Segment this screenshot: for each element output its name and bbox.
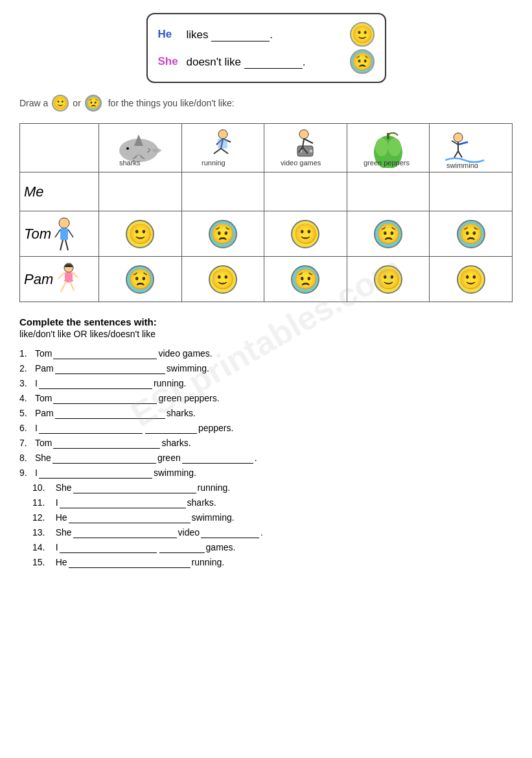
subj-4: Tom — [35, 393, 52, 403]
subj-8: She — [35, 453, 51, 463]
blank-14a — [60, 542, 157, 553]
doesnt-like-blank — [244, 55, 303, 69]
sentence-3: 3. I running. — [19, 378, 513, 389]
svg-line-43 — [73, 272, 78, 278]
pam-label-container: Pam — [24, 262, 97, 297]
blank-15 — [69, 557, 191, 568]
he-label: He — [158, 28, 181, 41]
blank-1 — [53, 348, 157, 359]
svg-text:sharks: sharks — [119, 159, 141, 167]
table-header-row: sharks run — [20, 124, 513, 172]
num-10: 10. — [32, 482, 48, 493]
svg-text:video games: video games — [281, 159, 321, 167]
num-4: 4. — [19, 393, 35, 403]
me-peppers-cell — [347, 172, 430, 211]
doesnt-like-text: doesn't like . — [187, 55, 345, 69]
sad-face-header: 😟 — [350, 49, 375, 74]
me-videogames-cell — [264, 172, 347, 211]
blank-8a — [52, 453, 156, 464]
pam-swimming-cell: 🙂 — [430, 257, 513, 302]
swimming-svg: swimming — [445, 128, 497, 168]
sentence-7: 7. Tom sharks. — [19, 438, 513, 449]
subj-6: I — [35, 423, 38, 433]
blank-10 — [73, 482, 196, 493]
green-peppers-header-cell: green peppers — [347, 124, 430, 172]
draw-rest-text: for the things you like/don't like: — [106, 98, 235, 108]
sentence-list: 1. Tom video games. 2. Pam swimming. 3. … — [19, 348, 513, 568]
num-7: 7. — [19, 438, 35, 448]
blank-9 — [39, 468, 152, 479]
sharks-icon-area: sharks — [102, 125, 179, 171]
happy-face-header: 🙂 — [350, 22, 375, 47]
end-12: swimming. — [192, 512, 235, 523]
draw-sad-icon: 😟 — [85, 95, 102, 112]
svg-line-42 — [58, 272, 65, 279]
tom-running-smiley: 😟 — [209, 220, 237, 248]
complete-section: Complete the sentences with: like/don't … — [19, 316, 513, 568]
svg-line-32 — [458, 151, 462, 158]
pam-peppers-smiley: 🙂 — [374, 265, 402, 294]
blank-11 — [60, 497, 186, 508]
table-corner-cell — [20, 124, 99, 172]
end-13: . — [260, 527, 263, 538]
tom-sharks-cell: 🙂 — [99, 211, 182, 257]
num-9: 9. — [19, 468, 35, 478]
sentence-8: 8. She green . — [19, 453, 513, 464]
sentence-12: 12. He swimming. — [19, 512, 513, 523]
tom-videogames-cell: 🙂 — [264, 211, 347, 257]
pam-running-smiley: 🙂 — [209, 265, 237, 294]
svg-line-39 — [65, 240, 68, 250]
svg-point-24 — [388, 138, 401, 156]
svg-text:green peppers: green peppers — [364, 159, 410, 167]
sentence-15: 15. He running. — [19, 557, 513, 568]
tom-text: Tom — [24, 226, 51, 243]
pam-text: Pam — [24, 271, 53, 288]
svg-rect-11 — [218, 139, 227, 148]
subj-7: Tom — [35, 438, 52, 448]
subj-12: He — [48, 512, 67, 523]
running-svg: running — [198, 128, 247, 168]
sentence-11: 11. I sharks. — [19, 497, 513, 508]
subj-3: I — [35, 378, 38, 388]
num-8: 8. — [19, 453, 35, 463]
header-box: He likes . 🙂 She doesn't like . 😟 — [146, 13, 386, 83]
blank-6a — [39, 423, 143, 434]
draw-instruction: Draw a 🙂 or 😟 for the things you like/do… — [19, 95, 513, 112]
pam-swimming-smiley: 🙂 — [457, 265, 485, 294]
end-3: running. — [154, 378, 187, 388]
end-2: swimming. — [167, 363, 209, 373]
likes-text: likes . — [187, 28, 345, 41]
tom-label-container: Tom — [24, 217, 97, 252]
pam-peppers-cell: 🙂 — [347, 257, 430, 302]
end-5: sharks. — [167, 408, 196, 418]
sentence-5: 5. Pam sharks. — [19, 408, 513, 419]
end-8: . — [255, 453, 257, 463]
blank-12 — [69, 512, 191, 523]
svg-line-31 — [454, 151, 458, 158]
num-6: 6. — [19, 423, 35, 433]
blank-13a — [73, 527, 177, 538]
video-games-header-cell: video games — [264, 124, 347, 172]
num-15: 15. — [32, 557, 48, 567]
complete-subtitle: like/don't like OR likes/doesn't like — [19, 329, 513, 339]
pam-figure-svg — [54, 262, 80, 297]
num-3: 3. — [19, 378, 35, 388]
pam-row: Pam 😟 🙂 — [20, 257, 513, 302]
sharks-header-cell: sharks — [99, 124, 182, 172]
sentence-9: 9. I swimming. — [19, 468, 513, 479]
subj-14: I — [48, 542, 58, 552]
she-row: She doesn't like . 😟 — [158, 49, 375, 74]
svg-line-7 — [214, 148, 221, 154]
blank-7 — [53, 438, 160, 449]
me-label: Me — [20, 172, 99, 211]
me-swimming-cell — [430, 172, 513, 211]
sentence-10: 10. She running. — [19, 482, 513, 493]
tom-videogames-smiley: 🙂 — [291, 220, 319, 248]
activity-table: sharks run — [19, 123, 513, 302]
running-icon-area: running — [185, 125, 262, 171]
tom-running-cell: 😟 — [181, 211, 264, 257]
svg-text:swimming: swimming — [446, 161, 478, 168]
sentence-13: 13. She video . — [19, 527, 513, 538]
subj-15: He — [48, 557, 67, 567]
subj-10: She — [48, 482, 72, 493]
